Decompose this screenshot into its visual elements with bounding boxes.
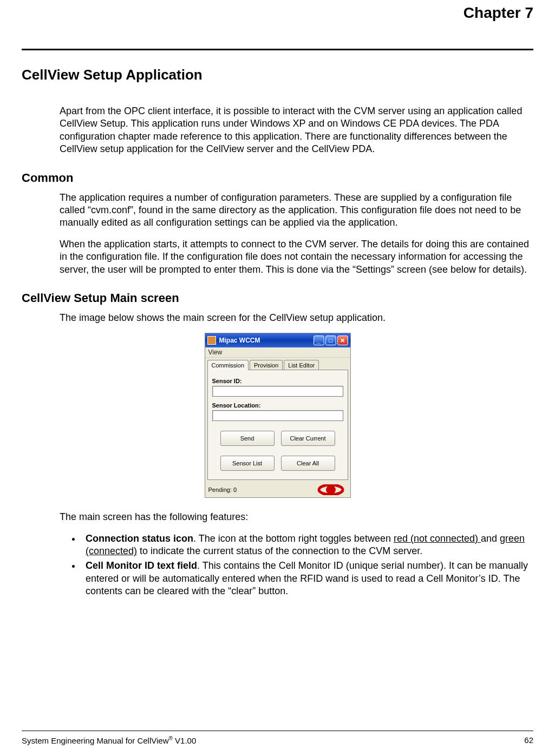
clear-all-button[interactable]: Clear All [281,456,335,471]
main-intro: The image below shows the main screen fo… [60,312,533,324]
tab-provision[interactable]: Provision [250,360,283,370]
list-item: Connection status icon. The icon at the … [81,533,533,558]
app-screenshot: Mipac WCCM _ □ ✕ View Commission Provisi… [205,333,351,498]
page-footer: System Engineering Manual for CellView® … [22,731,533,745]
feature-text: and [481,533,500,544]
chapter-header: Chapter 7 [22,0,533,49]
feature-name: Cell Monitor ID text field [86,560,197,571]
connection-status-icon [315,484,347,495]
clear-current-button[interactable]: Clear Current [281,431,335,446]
footer-version: V1.00 [173,736,196,745]
window-titlebar: Mipac WCCM _ □ ✕ [205,333,350,347]
feature-name: Connection status icon [86,533,193,544]
horizontal-rule [22,49,533,50]
sensor-location-label: Sensor Location: [212,402,343,409]
send-button[interactable]: Send [220,431,275,446]
tab-strip: Commission Provision List Editor [205,358,350,370]
window-buttons: _ □ ✕ [314,336,348,345]
minimize-icon[interactable]: _ [314,336,324,345]
registered-icon: ® [169,735,173,741]
intro-paragraph: Apart from the OPC client interface, it … [60,105,533,156]
maximize-icon[interactable]: □ [325,336,336,345]
feature-text: . The icon at the bottom right toggles b… [193,533,394,544]
sensor-id-label: Sensor ID: [212,378,343,384]
status-bar: Pending: 0 [205,482,350,497]
common-p2: When the application starts, it attempts… [60,238,533,276]
list-item: Cell Monitor ID text field. This contain… [81,560,533,597]
page-title: CellView Setup Application [22,67,533,83]
sensor-list-button[interactable]: Sensor List [220,456,275,471]
svg-point-1 [326,485,336,494]
section-main-title: CellView Setup Main screen [22,291,533,305]
features-intro: The main screen has the following featur… [60,511,533,523]
tab-body: Sensor ID: Sensor Location: Send Clear C… [207,370,348,480]
close-icon[interactable]: ✕ [337,336,348,345]
window-title: Mipac WCCM [219,337,314,344]
features-list: Connection status icon. The icon at the … [81,533,533,598]
section-common-title: Common [22,171,533,185]
tab-list-editor[interactable]: List Editor [284,360,319,370]
feature-underline: red (not connected) [394,533,481,544]
menu-view[interactable]: View [205,347,350,358]
app-icon [207,336,216,345]
footer-product: System Engineering Manual for CellView [22,736,169,745]
tab-commission[interactable]: Commission [207,360,249,370]
page-number: 62 [524,735,533,745]
sensor-id-input[interactable] [212,386,343,397]
feature-text: to indicate the current status of the co… [137,545,422,556]
sensor-location-input[interactable] [212,410,343,421]
pending-status: Pending: 0 [208,487,237,493]
footer-left: System Engineering Manual for CellView® … [22,735,196,745]
common-p1: The application requires a number of con… [60,192,533,229]
